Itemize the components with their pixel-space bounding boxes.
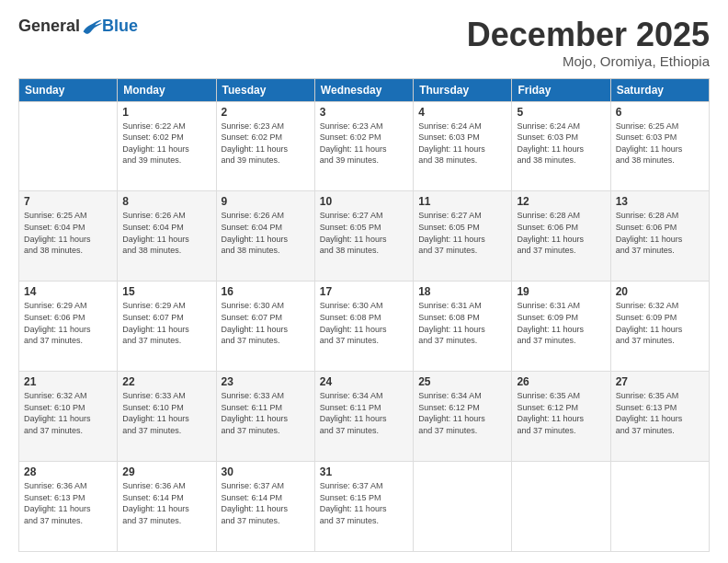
header: General Blue December 2025 Mojo, Oromiya… (18, 17, 710, 69)
calendar-cell: 27Sunrise: 6:35 AMSunset: 6:13 PMDayligh… (610, 372, 709, 462)
calendar-cell: 25Sunrise: 6:34 AMSunset: 6:12 PMDayligh… (414, 372, 512, 462)
calendar-cell: 20Sunrise: 6:32 AMSunset: 6:09 PMDayligh… (610, 282, 709, 372)
day-number: 21 (24, 375, 112, 388)
calendar-header-tuesday: Tuesday (216, 78, 314, 101)
calendar-cell: 14Sunrise: 6:29 AMSunset: 6:06 PMDayligh… (19, 282, 118, 372)
day-info: Sunrise: 6:24 AMSunset: 6:03 PMDaylight:… (418, 121, 506, 167)
day-info: Sunrise: 6:31 AMSunset: 6:09 PMDaylight:… (517, 300, 605, 346)
day-number: 27 (616, 375, 704, 388)
day-number: 11 (418, 195, 506, 208)
calendar-header-monday: Monday (118, 78, 216, 101)
day-number: 29 (122, 465, 210, 478)
calendar-cell: 1Sunrise: 6:22 AMSunset: 6:02 PMDaylight… (118, 101, 216, 191)
day-number: 18 (418, 285, 506, 298)
logo: General Blue (18, 17, 138, 36)
calendar-header-sunday: Sunday (19, 78, 118, 101)
calendar-cell (512, 462, 610, 552)
day-info: Sunrise: 6:26 AMSunset: 6:04 PMDaylight:… (222, 210, 310, 256)
calendar-cell: 4Sunrise: 6:24 AMSunset: 6:03 PMDaylight… (414, 101, 512, 191)
calendar-header-friday: Friday (512, 78, 610, 101)
calendar-header-thursday: Thursday (414, 78, 512, 101)
calendar-cell: 15Sunrise: 6:29 AMSunset: 6:07 PMDayligh… (118, 282, 216, 372)
day-info: Sunrise: 6:30 AMSunset: 6:08 PMDaylight:… (320, 300, 408, 346)
day-number: 10 (320, 195, 408, 208)
calendar-cell (19, 101, 118, 191)
day-number: 4 (418, 106, 506, 119)
day-info: Sunrise: 6:25 AMSunset: 6:03 PMDaylight:… (616, 121, 704, 167)
month-title: December 2025 (467, 17, 710, 53)
day-number: 17 (320, 285, 408, 298)
location: Mojo, Oromiya, Ethiopia (467, 53, 710, 69)
calendar-header-saturday: Saturday (610, 78, 709, 101)
calendar-cell: 19Sunrise: 6:31 AMSunset: 6:09 PMDayligh… (512, 282, 610, 372)
calendar-week-row: 28Sunrise: 6:36 AMSunset: 6:13 PMDayligh… (19, 462, 710, 552)
logo-blue: Blue (102, 17, 138, 36)
day-info: Sunrise: 6:37 AMSunset: 6:14 PMDaylight:… (222, 480, 310, 526)
day-number: 7 (24, 195, 112, 208)
logo-bird-icon (82, 18, 102, 35)
calendar-header-wednesday: Wednesday (314, 78, 413, 101)
calendar-cell: 17Sunrise: 6:30 AMSunset: 6:08 PMDayligh… (314, 282, 413, 372)
day-number: 16 (222, 285, 310, 298)
calendar-cell: 26Sunrise: 6:35 AMSunset: 6:12 PMDayligh… (512, 372, 610, 462)
day-info: Sunrise: 6:35 AMSunset: 6:13 PMDaylight:… (616, 390, 704, 436)
calendar-cell (610, 462, 709, 552)
day-info: Sunrise: 6:37 AMSunset: 6:15 PMDaylight:… (320, 480, 408, 526)
day-number: 3 (320, 106, 408, 119)
logo-text: General Blue (18, 17, 138, 36)
day-number: 31 (320, 465, 408, 478)
day-number: 24 (320, 375, 408, 388)
calendar-cell: 10Sunrise: 6:27 AMSunset: 6:05 PMDayligh… (314, 191, 413, 282)
calendar-week-row: 1Sunrise: 6:22 AMSunset: 6:02 PMDaylight… (19, 101, 710, 191)
day-number: 6 (616, 106, 704, 119)
calendar-cell: 31Sunrise: 6:37 AMSunset: 6:15 PMDayligh… (314, 462, 413, 552)
day-number: 8 (122, 195, 210, 208)
day-info: Sunrise: 6:35 AMSunset: 6:12 PMDaylight:… (517, 390, 605, 436)
day-info: Sunrise: 6:29 AMSunset: 6:07 PMDaylight:… (122, 300, 210, 346)
calendar-cell: 18Sunrise: 6:31 AMSunset: 6:08 PMDayligh… (414, 282, 512, 372)
calendar-week-row: 14Sunrise: 6:29 AMSunset: 6:06 PMDayligh… (19, 282, 710, 372)
day-number: 22 (122, 375, 210, 388)
day-info: Sunrise: 6:33 AMSunset: 6:11 PMDaylight:… (222, 390, 310, 436)
calendar-week-row: 7Sunrise: 6:25 AMSunset: 6:04 PMDaylight… (19, 191, 710, 282)
day-info: Sunrise: 6:23 AMSunset: 6:02 PMDaylight:… (320, 121, 408, 167)
day-info: Sunrise: 6:27 AMSunset: 6:05 PMDaylight:… (418, 210, 506, 256)
day-number: 2 (222, 106, 310, 119)
calendar-cell: 6Sunrise: 6:25 AMSunset: 6:03 PMDaylight… (610, 101, 709, 191)
calendar-cell: 11Sunrise: 6:27 AMSunset: 6:05 PMDayligh… (414, 191, 512, 282)
calendar-cell: 9Sunrise: 6:26 AMSunset: 6:04 PMDaylight… (216, 191, 314, 282)
day-number: 5 (517, 106, 605, 119)
day-info: Sunrise: 6:31 AMSunset: 6:08 PMDaylight:… (418, 300, 506, 346)
calendar-week-row: 21Sunrise: 6:32 AMSunset: 6:10 PMDayligh… (19, 372, 710, 462)
day-info: Sunrise: 6:25 AMSunset: 6:04 PMDaylight:… (24, 210, 112, 256)
title-block: December 2025 Mojo, Oromiya, Ethiopia (467, 17, 710, 69)
page: General Blue December 2025 Mojo, Oromiya… (0, 0, 728, 563)
day-info: Sunrise: 6:34 AMSunset: 6:11 PMDaylight:… (320, 390, 408, 436)
logo-general: General (18, 17, 80, 36)
calendar-cell: 24Sunrise: 6:34 AMSunset: 6:11 PMDayligh… (314, 372, 413, 462)
day-info: Sunrise: 6:36 AMSunset: 6:14 PMDaylight:… (122, 480, 210, 526)
day-number: 9 (222, 195, 310, 208)
calendar-cell: 12Sunrise: 6:28 AMSunset: 6:06 PMDayligh… (512, 191, 610, 282)
calendar-cell: 3Sunrise: 6:23 AMSunset: 6:02 PMDaylight… (314, 101, 413, 191)
calendar-cell: 28Sunrise: 6:36 AMSunset: 6:13 PMDayligh… (19, 462, 118, 552)
day-number: 28 (24, 465, 112, 478)
calendar-cell: 8Sunrise: 6:26 AMSunset: 6:04 PMDaylight… (118, 191, 216, 282)
day-info: Sunrise: 6:32 AMSunset: 6:09 PMDaylight:… (616, 300, 704, 346)
calendar-cell: 22Sunrise: 6:33 AMSunset: 6:10 PMDayligh… (118, 372, 216, 462)
day-info: Sunrise: 6:28 AMSunset: 6:06 PMDaylight:… (517, 210, 605, 256)
day-number: 30 (222, 465, 310, 478)
day-info: Sunrise: 6:23 AMSunset: 6:02 PMDaylight:… (222, 121, 310, 167)
day-number: 26 (517, 375, 605, 388)
calendar-cell: 29Sunrise: 6:36 AMSunset: 6:14 PMDayligh… (118, 462, 216, 552)
day-number: 14 (24, 285, 112, 298)
calendar-cell: 30Sunrise: 6:37 AMSunset: 6:14 PMDayligh… (216, 462, 314, 552)
day-info: Sunrise: 6:33 AMSunset: 6:10 PMDaylight:… (122, 390, 210, 436)
day-info: Sunrise: 6:32 AMSunset: 6:10 PMDaylight:… (24, 390, 112, 436)
calendar-cell: 5Sunrise: 6:24 AMSunset: 6:03 PMDaylight… (512, 101, 610, 191)
day-number: 25 (418, 375, 506, 388)
day-number: 12 (517, 195, 605, 208)
calendar-cell: 13Sunrise: 6:28 AMSunset: 6:06 PMDayligh… (610, 191, 709, 282)
day-info: Sunrise: 6:29 AMSunset: 6:06 PMDaylight:… (24, 300, 112, 346)
calendar-cell (414, 462, 512, 552)
